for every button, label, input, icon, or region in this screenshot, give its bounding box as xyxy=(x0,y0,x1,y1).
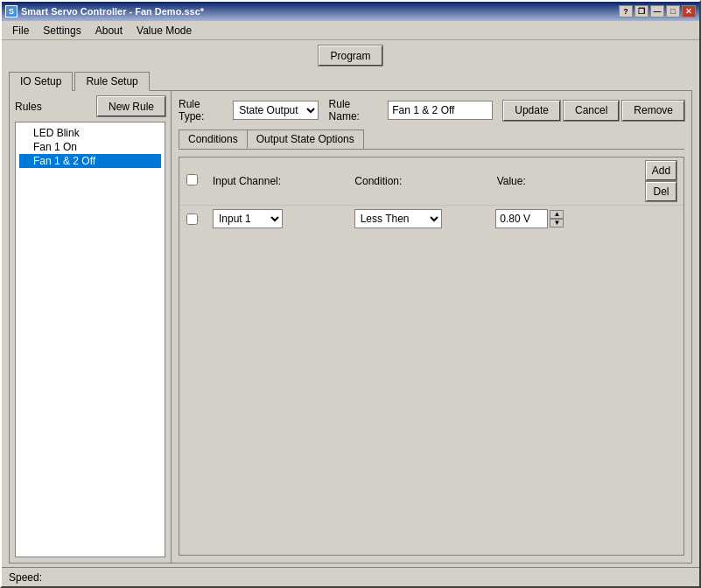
rule-type-row: Rule Type: State Output Blink Output PWM… xyxy=(179,98,684,122)
rule-name-input[interactable] xyxy=(388,101,493,120)
condition-row: Input 1 Input 2 Input 3 Input 4 Less The… xyxy=(179,206,683,232)
inner-tab-conditions[interactable]: Conditions xyxy=(179,130,248,149)
rule-type-select[interactable]: State Output Blink Output PWM Output xyxy=(233,101,318,120)
inner-tabs: Conditions Output State Options xyxy=(179,130,684,150)
left-panel-header: Rules New Rule xyxy=(15,96,165,116)
rules-tree: LED Blink Fan 1 On Fan 1 & 2 Off xyxy=(15,122,165,557)
app-icon-letter: S xyxy=(9,7,14,16)
new-rule-button[interactable]: New Rule xyxy=(97,96,165,116)
rules-label: Rules xyxy=(15,101,42,113)
value-spinner: ▲ ▼ xyxy=(550,210,564,228)
menu-file[interactable]: File xyxy=(5,23,36,38)
title-bar: S Smart Servo Controller - Fan Demo.ssc*… xyxy=(2,2,699,21)
tree-item-led-blink[interactable]: LED Blink xyxy=(19,126,161,140)
header-value: Value: xyxy=(497,175,639,187)
menu-value-mode[interactable]: Value Mode xyxy=(130,23,199,38)
action-buttons: Update Cancel Remove xyxy=(503,101,684,121)
tab-rule-setup[interactable]: Rule Setup xyxy=(74,72,149,91)
input-channel-select[interactable]: Input 1 Input 2 Input 3 Input 4 xyxy=(213,209,283,228)
title-bar-left: S Smart Servo Controller - Fan Demo.ssc* xyxy=(5,5,204,18)
inner-tab-output-state-options[interactable]: Output State Options xyxy=(247,130,364,149)
close-button[interactable]: ✕ xyxy=(682,5,696,18)
menu-about[interactable]: About xyxy=(88,23,130,38)
rule-name-label: Rule Name: xyxy=(329,98,378,122)
update-button[interactable]: Update xyxy=(503,101,560,121)
value-input[interactable] xyxy=(495,209,548,228)
status-speed-label: Speed: xyxy=(9,571,42,584)
menu-bar: File Settings About Value Mode xyxy=(2,21,699,40)
main-window: S Smart Servo Controller - Fan Demo.ssc*… xyxy=(0,0,701,588)
program-button[interactable]: Program xyxy=(319,46,382,66)
spin-up-button[interactable]: ▲ xyxy=(550,210,564,219)
tab-strip: IO Setup Rule Setup xyxy=(2,71,699,90)
tab-io-setup[interactable]: IO Setup xyxy=(9,72,73,91)
help-button[interactable]: ? xyxy=(619,5,633,18)
header-checkbox[interactable] xyxy=(186,174,198,186)
row-condition: Less Then Greater Then Equal To Not Equa… xyxy=(354,209,489,228)
menu-settings[interactable]: Settings xyxy=(36,23,88,38)
condition-select[interactable]: Less Then Greater Then Equal To Not Equa… xyxy=(354,209,442,228)
tree-item-fan1-2-off[interactable]: Fan 1 & 2 Off xyxy=(19,154,161,168)
app-icon: S xyxy=(5,5,18,18)
add-button[interactable]: Add xyxy=(646,161,676,180)
conditions-header: Input Channel: Condition: Value: Add Del xyxy=(179,158,683,206)
remove-button[interactable]: Remove xyxy=(622,101,684,121)
main-area: Rules New Rule LED Blink Fan 1 On Fan 1 … xyxy=(9,90,692,564)
row-value: ▲ ▼ xyxy=(495,209,630,228)
title-bar-buttons: ? ❐ — □ ✕ xyxy=(619,5,696,18)
window-title: Smart Servo Controller - Fan Demo.ssc* xyxy=(21,6,204,17)
del-button[interactable]: Del xyxy=(646,182,676,201)
row-input-channel: Input 1 Input 2 Input 3 Input 4 xyxy=(213,209,347,228)
header-condition: Condition: xyxy=(354,175,496,187)
header-checkbox-col xyxy=(186,174,213,188)
toolbar-row: Program xyxy=(2,40,699,71)
status-bar: Speed: xyxy=(2,567,699,586)
row-checkbox[interactable] xyxy=(186,214,198,225)
cancel-button[interactable]: Cancel xyxy=(564,101,619,121)
add-del-buttons: Add Del xyxy=(646,161,676,201)
right-panel: Rule Type: State Output Blink Output PWM… xyxy=(172,91,691,563)
tree-item-fan1-on[interactable]: Fan 1 On xyxy=(19,140,161,154)
row-checkbox-col xyxy=(186,214,213,225)
restore-button[interactable]: ❐ xyxy=(634,5,648,18)
header-input-channel: Input Channel: xyxy=(213,175,354,187)
conditions-area: Input Channel: Condition: Value: Add Del xyxy=(179,157,684,556)
maximize-button[interactable]: □ xyxy=(666,5,680,18)
rule-type-label: Rule Type: xyxy=(179,98,222,122)
left-panel: Rules New Rule LED Blink Fan 1 On Fan 1 … xyxy=(10,91,172,563)
spin-down-button[interactable]: ▼ xyxy=(550,219,564,228)
minimize-button[interactable]: — xyxy=(650,5,664,18)
